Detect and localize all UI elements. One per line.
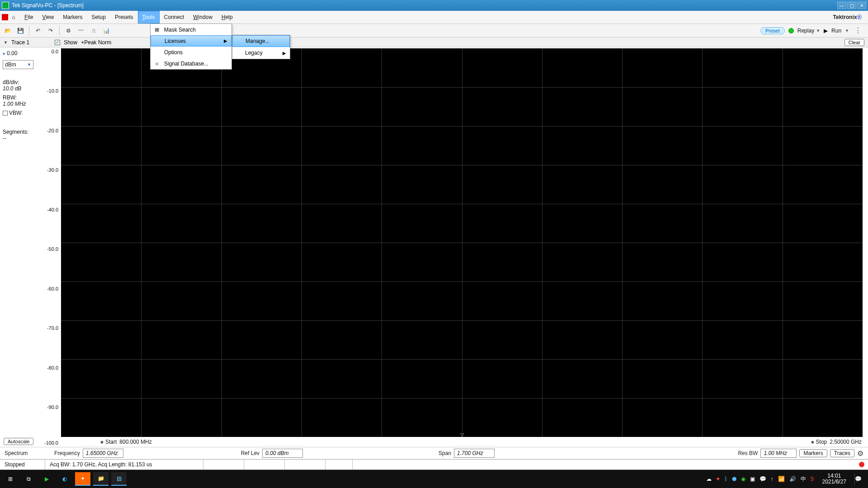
status-bar: Stopped Acq BW: 1.70 GHz, Acq Length: 81… (0, 460, 868, 470)
menu-file[interactable]: File (20, 11, 38, 23)
tray-wifi-icon[interactable]: 📶 (778, 476, 785, 482)
start-value[interactable]: 800.000 MHz (119, 439, 151, 445)
redo-icon[interactable]: ↷ (46, 26, 56, 36)
toolbar-separator (59, 26, 60, 35)
markers-button[interactable]: Markers (799, 449, 827, 457)
menu-licenses-manage[interactable]: Manage... (232, 35, 290, 47)
tray-volume-icon[interactable]: 🔊 (789, 476, 796, 482)
unit-value: dBm (5, 61, 16, 68)
undo-icon[interactable]: ↶ (33, 26, 43, 36)
toolbar: 📂 💾 ↶ ↷ ⚙ 〰 ⎍ 📊 Preset Replay▼ ▶Run▼ ⋮ (0, 24, 868, 38)
y-tick: -40.0 (47, 207, 58, 212)
menu-mask-search[interactable]: ▦ Mask Search (151, 24, 231, 35)
vbw-checkbox[interactable] (3, 111, 8, 116)
taskbar-app-2[interactable]: ◐ (57, 472, 72, 486)
ref-level-spinner-icon[interactable]: ♦ (3, 51, 5, 56)
home-icon[interactable]: ⌂ (10, 14, 17, 21)
stop-value[interactable]: 2.50000 GHz (830, 439, 862, 445)
clear-button[interactable]: Clear (844, 39, 864, 46)
licenses-submenu: Manage... Legacy ▶ (232, 35, 290, 59)
settings-icon[interactable]: ⚙ (63, 26, 73, 36)
y-tick: -30.0 (47, 167, 58, 173)
menu-help[interactable]: Help (217, 11, 237, 23)
close-button[interactable]: ✕ (857, 2, 866, 9)
unit-dropdown[interactable]: dBm ▼ (3, 60, 33, 69)
replay-dropdown[interactable]: Replay▼ (797, 28, 820, 34)
more-menu-icon[interactable]: ⋮ (853, 26, 863, 35)
minimize-button[interactable]: — (837, 2, 846, 9)
toolbar-right: Preset Replay▼ ▶Run▼ ⋮ (760, 26, 865, 35)
settings-gear-icon[interactable]: ⚙ (857, 449, 863, 458)
stop-label: Stop (816, 439, 827, 445)
frequency-input[interactable]: 1.65000 GHz (83, 449, 123, 458)
taskbar-app-3[interactable]: ✦ (75, 472, 90, 486)
start-spinner-icon[interactable]: ◆ (100, 440, 104, 444)
menu-presets[interactable]: Presets (110, 11, 138, 23)
pulse-icon[interactable]: ⎍ (89, 26, 99, 36)
y-tick: 0.0 (52, 49, 58, 54)
menu-window[interactable]: Window (189, 11, 217, 23)
dbdiv-value[interactable]: 10.0 dB (3, 85, 37, 92)
menu-licenses[interactable]: Licenses ▶ (151, 35, 231, 47)
tray-icon[interactable]: ↑ (771, 476, 774, 482)
menu-markers[interactable]: Markers (58, 11, 87, 23)
tray-icon[interactable]: ◉ (741, 476, 745, 482)
tray-bluetooth-icon[interactable]: ᛒ (724, 476, 727, 482)
center-marker-icon[interactable]: ▽ (460, 432, 464, 438)
brand-logo: Tektronix® (827, 11, 868, 23)
menu-signal-database[interactable]: ≡ Signal Database... (151, 58, 231, 69)
dropdown-arrow-icon: ▼ (27, 62, 31, 67)
tray-icon[interactable]: ⬢ (732, 476, 736, 482)
ref-level-row[interactable]: ♦ 0.00 (3, 50, 37, 56)
menu-options[interactable]: Options (151, 47, 231, 58)
traces-button[interactable]: Traces (830, 449, 854, 457)
trace-label[interactable]: Trace 1 (11, 39, 29, 46)
menu-item-label: Signal Database... (164, 61, 208, 67)
trace-dropdown-icon[interactable]: ▼ (4, 40, 8, 45)
taskbar-app-1[interactable]: ▶ (39, 472, 54, 486)
file-explorer-icon[interactable]: 📁 (93, 472, 108, 486)
reflev-input[interactable]: 0.00 dBm (262, 449, 303, 458)
save-icon[interactable]: 💾 (15, 26, 25, 36)
rbw-value[interactable]: 1.00 MHz (3, 101, 37, 107)
wave-icon[interactable]: 〰 (76, 26, 86, 36)
menu-connect[interactable]: Connect (160, 11, 189, 23)
span-input[interactable]: 1.700 GHz (454, 449, 495, 458)
spectrum-plot[interactable]: ▽ (61, 48, 863, 437)
open-icon[interactable]: 📂 (3, 26, 13, 36)
show-checkbox[interactable]: ✓ (55, 40, 60, 45)
notifications-icon[interactable]: 💬 (854, 473, 862, 485)
y-tick: -10.0 (47, 88, 58, 94)
run-dropdown[interactable]: ▶Run▼ (824, 28, 849, 34)
resbw-input[interactable]: 1.00 MHz (760, 449, 797, 458)
tray-icon[interactable]: ▣ (750, 476, 755, 482)
signalvu-taskbar-icon[interactable]: ▤ (111, 472, 127, 486)
menu-setup[interactable]: Setup (87, 11, 110, 23)
trace-mode[interactable]: +Peak Norm (81, 39, 111, 46)
tray-ime-icon[interactable]: 中 (801, 475, 806, 483)
vbw-row[interactable]: VBW: (3, 110, 37, 116)
menu-tools[interactable]: Tools (138, 11, 160, 23)
spectrum-display-icon[interactable]: 📊 (101, 26, 111, 36)
menu-view[interactable]: View (38, 11, 58, 23)
tray-icon[interactable]: S (811, 476, 814, 482)
menu-item-label: Manage... (245, 38, 269, 44)
maximize-button[interactable]: ▢ (847, 2, 856, 9)
taskbar: ⊞ ⧉ ▶ ◐ ✦ 📁 ▤ ☁ ♥ ᛒ ⬢ ◉ ▣ 💬 ↑ 📶 🔊 中 S 14… (0, 470, 868, 488)
vbw-label: VBW: (9, 110, 23, 116)
menu-licenses-legacy[interactable]: Legacy ▶ (232, 47, 290, 59)
task-view-icon[interactable]: ⧉ (21, 472, 36, 486)
title-bar: Tek SignalVu-PC - [Spectrum] — ▢ ✕ (0, 0, 868, 11)
preset-button[interactable]: Preset (760, 27, 785, 34)
tray-icon[interactable]: ♥ (716, 476, 719, 482)
start-stop-row: ◆ Start 800.000 MHz ◆ Stop 2.50000 GHz (100, 438, 862, 446)
tray-icon[interactable]: ☁ (706, 476, 712, 482)
stop-spinner-icon[interactable]: ◆ (811, 440, 814, 444)
graph-container: 0.0 -10.0 -20.0 -30.0 -40.0 -50.0 -60.0 … (39, 47, 868, 447)
tray-icon[interactable]: 💬 (760, 476, 766, 482)
start-label: Start (105, 439, 117, 445)
start-button[interactable]: ⊞ (3, 472, 18, 486)
autoscale-button[interactable]: Autoscale (4, 438, 33, 445)
dbdiv-label: dB/div: (3, 79, 37, 85)
clock[interactable]: 14:01 2021/6/27 (819, 473, 850, 485)
